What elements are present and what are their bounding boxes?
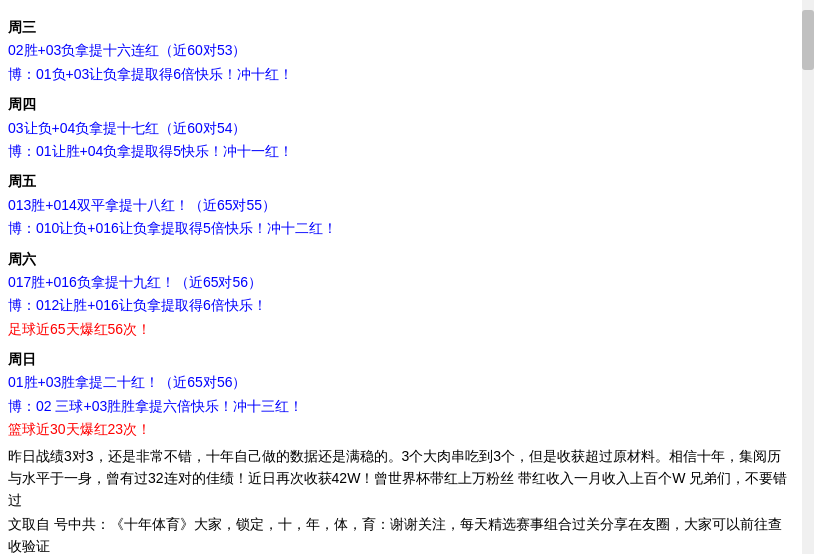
summary-line-1: 昨日战绩3对3，还是非常不错，十年自己做的数据还是满稳的。3个大肉串吃到3个，但…: [8, 445, 792, 512]
line-wed-1: 02胜+03负拿提十六连红（近60对53）: [8, 39, 792, 61]
scrollbar-thumb[interactable]: [802, 10, 814, 70]
scrollbar[interactable]: [802, 0, 814, 554]
line-fri-2: 博：010让负+016让负拿提取得5倍快乐！冲十二红！: [8, 217, 792, 239]
line-thu-2-main: 博：01让胜+04负拿提取得5快乐！冲十一红！: [8, 143, 293, 159]
section-wednesday: 周三 02胜+03负拿提十六连红（近60对53） 博：01负+03让负拿提取得6…: [8, 16, 792, 85]
line-fri-2-main: 博：010让负+016让负拿提取得5倍快乐！冲十二红！: [8, 220, 337, 236]
section-summary: 昨日战绩3对3，还是非常不错，十年自己做的数据还是满稳的。3个大肉串吃到3个，但…: [8, 445, 792, 554]
header-wednesday: 周三: [8, 16, 792, 38]
section-friday: 周五 013胜+014双平拿提十八红！（近65对55） 博：010让负+016让…: [8, 170, 792, 239]
line-sat-1: 017胜+016负拿提十九红！（近65对56）: [8, 271, 792, 293]
header-thursday: 周四: [8, 93, 792, 115]
main-container: 周三 02胜+03负拿提十六连红（近60对53） 博：01负+03让负拿提取得6…: [0, 0, 814, 554]
line-wed-2: 博：01负+03让负拿提取得6倍快乐！冲十红！: [8, 63, 792, 85]
line-sat-3: 足球近65天爆红56次！: [8, 318, 792, 340]
line-sun-2-main: 博：02 三球+03胜胜拿提六倍快乐！冲十三红！: [8, 398, 303, 414]
line-sun-2: 博：02 三球+03胜胜拿提六倍快乐！冲十三红！: [8, 395, 792, 417]
header-saturday: 周六: [8, 248, 792, 270]
header-sunday: 周日: [8, 348, 792, 370]
section-saturday: 周六 017胜+016负拿提十九红！（近65对56） 博：012让胜+016让负…: [8, 248, 792, 341]
line-wed-2-main: 博：01负+03让负拿提取得6倍快乐！冲十红！: [8, 66, 293, 82]
section-sunday: 周日 01胜+03胜拿提二十红！（近65对56） 博：02 三球+03胜胜拿提六…: [8, 348, 792, 441]
line-sat-2: 博：012让胜+016让负拿提取得6倍快乐！: [8, 294, 792, 316]
content-area: 周三 02胜+03负拿提十六连红（近60对53） 博：01负+03让负拿提取得6…: [8, 16, 792, 554]
line-thu-1: 03让负+04负拿提十七红（近60对54）: [8, 117, 792, 139]
line-sun-3: 篮球近30天爆红23次！: [8, 418, 792, 440]
line-fri-1: 013胜+014双平拿提十八红！（近65对55）: [8, 194, 792, 216]
line-sun-1: 01胜+03胜拿提二十红！（近65对56）: [8, 371, 792, 393]
header-friday: 周五: [8, 170, 792, 192]
line-thu-2: 博：01让胜+04负拿提取得5快乐！冲十一红！: [8, 140, 792, 162]
section-thursday: 周四 03让负+04负拿提十七红（近60对54） 博：01让胜+04负拿提取得5…: [8, 93, 792, 162]
summary-line-2: 文取自 号中共：《十年体育》大家，锁定，十，年，体，育：谢谢关注，每天精选赛事组…: [8, 513, 792, 554]
